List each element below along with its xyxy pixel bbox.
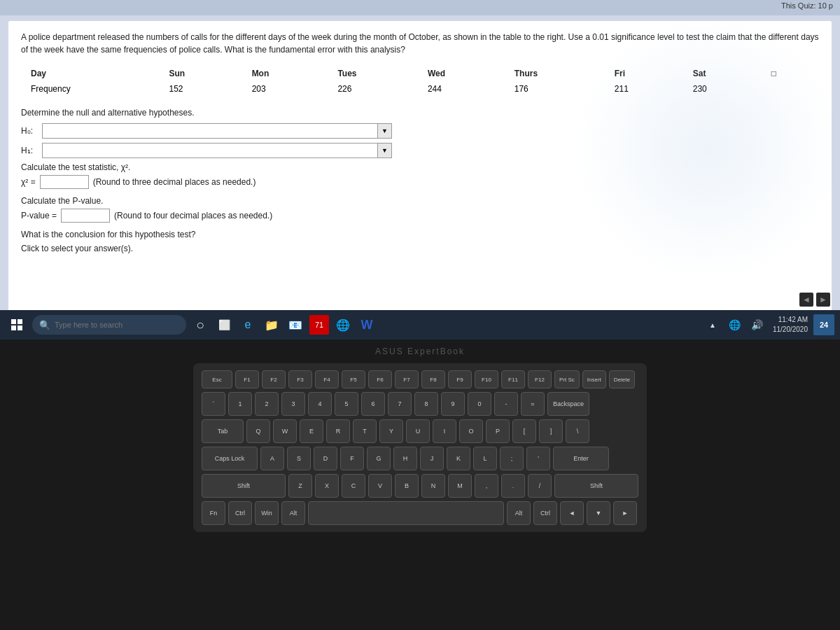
key-f11[interactable]: F11 (501, 370, 525, 388)
key-k[interactable]: K (447, 447, 470, 470)
key-fn[interactable]: Fn (202, 501, 225, 525)
key-arrow-left[interactable]: ◄ (560, 501, 584, 525)
h1-dropdown[interactable]: ▼ (378, 143, 392, 158)
key-f2[interactable]: F2 (262, 370, 286, 388)
key-9[interactable]: 9 (441, 392, 465, 416)
key-x[interactable]: X (315, 474, 339, 498)
taskbar-circle-icon[interactable]: ○ (190, 314, 210, 336)
key-w[interactable]: W (273, 419, 297, 443)
key-prtsc[interactable]: Prt Sc (554, 370, 580, 388)
key-6[interactable]: 6 (361, 392, 385, 416)
key-c[interactable]: C (342, 474, 365, 498)
key-quote[interactable]: ' (526, 447, 550, 470)
key-ctrl-left[interactable]: Ctrl (228, 501, 252, 525)
chi-input[interactable] (40, 175, 89, 189)
key-backspace[interactable]: Backspace (547, 392, 589, 416)
key-v[interactable]: V (368, 474, 392, 498)
key-arrow-right[interactable]: ► (613, 501, 637, 525)
key-f5[interactable]: F5 (342, 370, 365, 388)
key-8[interactable]: 8 (414, 392, 438, 416)
taskbar-folder-icon[interactable]: 📁 (262, 314, 281, 336)
key-4[interactable]: 4 (308, 392, 332, 416)
taskbar-up-arrow[interactable]: ▲ (703, 314, 722, 336)
taskbar-window-icon[interactable]: ⬜ (214, 314, 234, 336)
key-q[interactable]: Q (246, 419, 270, 443)
key-shift-right[interactable]: Shift (554, 474, 638, 498)
key-e[interactable]: E (300, 419, 323, 443)
key-enter[interactable]: Enter (553, 447, 609, 470)
key-u[interactable]: U (406, 419, 430, 443)
taskbar-calendar-badge[interactable]: 24 (813, 314, 834, 335)
key-tab[interactable]: Tab (202, 419, 244, 443)
key-f10[interactable]: F10 (475, 370, 498, 388)
key-space[interactable] (308, 501, 504, 525)
key-f4[interactable]: F4 (315, 370, 339, 388)
key-m[interactable]: M (448, 474, 472, 498)
windows-start-button[interactable] (6, 314, 28, 336)
taskbar-app-71[interactable]: 71 (309, 315, 329, 335)
key-capslock[interactable]: Caps Lock (202, 447, 258, 470)
key-ctrl-right[interactable]: Ctrl (533, 501, 557, 525)
key-f1[interactable]: F1 (235, 370, 259, 388)
h0-input[interactable] (42, 123, 378, 139)
key-f12[interactable]: F12 (528, 370, 552, 388)
key-5[interactable]: 5 (335, 392, 358, 416)
key-y[interactable]: Y (379, 419, 403, 443)
key-f3[interactable]: F3 (288, 370, 312, 388)
key-semicolon[interactable]: ; (500, 447, 524, 470)
key-alt-left[interactable]: Alt (281, 501, 305, 525)
key-rbracket[interactable]: ] (539, 419, 563, 443)
key-l[interactable]: L (473, 447, 497, 470)
taskbar-edge-icon[interactable]: e (238, 314, 258, 336)
taskbar-chrome-icon[interactable]: 🌐 (333, 314, 353, 336)
key-z[interactable]: Z (288, 474, 312, 498)
key-f8[interactable]: F8 (421, 370, 445, 388)
key-n[interactable]: N (421, 474, 445, 498)
key-delete[interactable]: Delete (609, 370, 635, 388)
nav-arrow-left[interactable]: ◄ (799, 293, 813, 307)
key-f[interactable]: F (340, 447, 364, 470)
key-j[interactable]: J (420, 447, 444, 470)
key-insert[interactable]: Insert (582, 370, 606, 388)
taskbar-network-icon[interactable]: 🌐 (725, 314, 745, 336)
key-equals[interactable]: = (521, 392, 545, 416)
key-comma[interactable]: , (475, 474, 498, 498)
key-s[interactable]: S (287, 447, 311, 470)
key-h[interactable]: H (393, 447, 417, 470)
key-esc[interactable]: Esc (202, 370, 232, 388)
key-f9[interactable]: F9 (448, 370, 472, 388)
key-a[interactable]: A (260, 447, 284, 470)
key-lbracket[interactable]: [ (512, 419, 536, 443)
key-slash[interactable]: / (528, 474, 552, 498)
search-input[interactable] (55, 321, 179, 329)
key-minus[interactable]: - (494, 392, 518, 416)
nav-arrow-right[interactable]: ► (816, 293, 830, 307)
search-bar[interactable]: 🔍 (32, 315, 186, 335)
taskbar-mail-icon[interactable]: 📧 (286, 314, 305, 336)
key-i[interactable]: I (433, 419, 456, 443)
pvalue-input[interactable] (61, 209, 110, 223)
key-backslash[interactable]: \ (566, 419, 589, 443)
key-p[interactable]: P (486, 419, 510, 443)
key-shift-left[interactable]: Shift (202, 474, 286, 498)
key-win[interactable]: Win (255, 501, 279, 525)
key-b[interactable]: B (395, 474, 419, 498)
key-alt-right[interactable]: Alt (507, 501, 531, 525)
h0-dropdown[interactable]: ▼ (378, 123, 392, 139)
key-period[interactable]: . (501, 474, 525, 498)
key-d[interactable]: D (314, 447, 337, 470)
key-0[interactable]: 0 (468, 392, 491, 416)
key-backtick[interactable]: ` (202, 392, 225, 416)
key-f7[interactable]: F7 (395, 370, 419, 388)
taskbar-w-icon[interactable]: W (357, 314, 377, 336)
key-7[interactable]: 7 (388, 392, 412, 416)
key-arrow-down[interactable]: ▼ (587, 501, 610, 525)
key-2[interactable]: 2 (255, 392, 279, 416)
taskbar-volume-icon[interactable]: 🔊 (748, 314, 767, 336)
key-o[interactable]: O (459, 419, 483, 443)
key-t[interactable]: T (353, 419, 377, 443)
key-r[interactable]: R (326, 419, 350, 443)
key-f6[interactable]: F6 (368, 370, 392, 388)
key-1[interactable]: 1 (228, 392, 252, 416)
key-3[interactable]: 3 (281, 392, 305, 416)
